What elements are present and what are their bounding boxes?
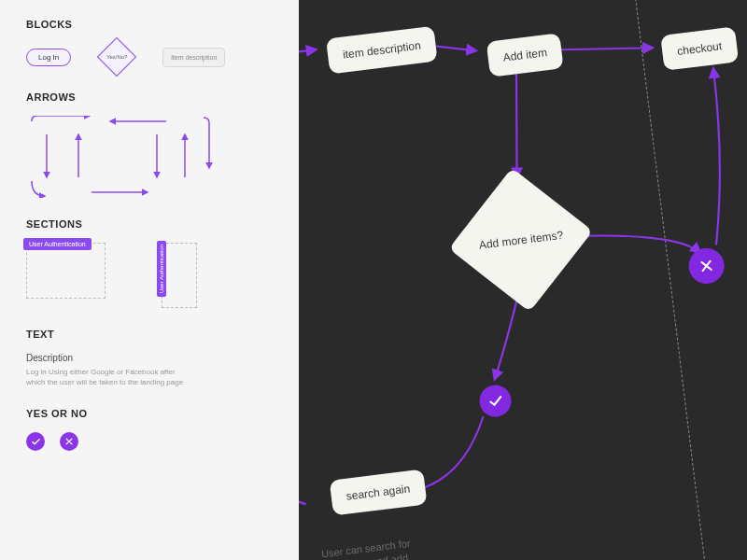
section-vertical[interactable]: User Authentication: [162, 243, 197, 308]
flow-stage: r item item description Add item checkou…: [299, 0, 747, 560]
arrows-group: ARROWS: [26, 91, 273, 198]
sections-group: SECTIONS User Authentication User Authen…: [26, 218, 273, 308]
text-group: TEXT Description Log in Using either Goo…: [26, 329, 273, 387]
card-block[interactable]: item description: [162, 48, 225, 67]
blocks-group: BLOCKS Log In Yes/No? item description: [26, 19, 273, 71]
text-body[interactable]: Log in Using either Google or Facebook a…: [26, 367, 185, 387]
close-icon: [698, 258, 715, 274]
blocks-title: BLOCKS: [26, 19, 273, 30]
arrows-demo[interactable]: [26, 116, 213, 198]
text-title: TEXT: [26, 329, 273, 340]
check-icon: [486, 392, 504, 410]
no-chip[interactable]: [60, 432, 78, 451]
yesno-title: YES OR NO: [26, 408, 273, 419]
yes-chip[interactable]: [26, 432, 45, 451]
flow-canvas[interactable]: r item item description Add item checkou…: [299, 0, 747, 560]
text-heading[interactable]: Description: [26, 353, 273, 363]
palette-sidebar: BLOCKS Log In Yes/No? item description A…: [0, 0, 299, 560]
arrows-title: ARROWS: [26, 91, 273, 103]
section-horizontal[interactable]: User Authentication: [26, 243, 106, 299]
section-vertical-label: User Authentication: [157, 241, 166, 297]
pill-block[interactable]: Log In: [26, 49, 71, 66]
section-horizontal-label: User Authentication: [23, 238, 92, 250]
sections-title: SECTIONS: [26, 218, 273, 230]
diamond-block[interactable]: Yes/No?: [97, 37, 136, 77]
yesno-group: YES OR NO: [26, 408, 273, 451]
